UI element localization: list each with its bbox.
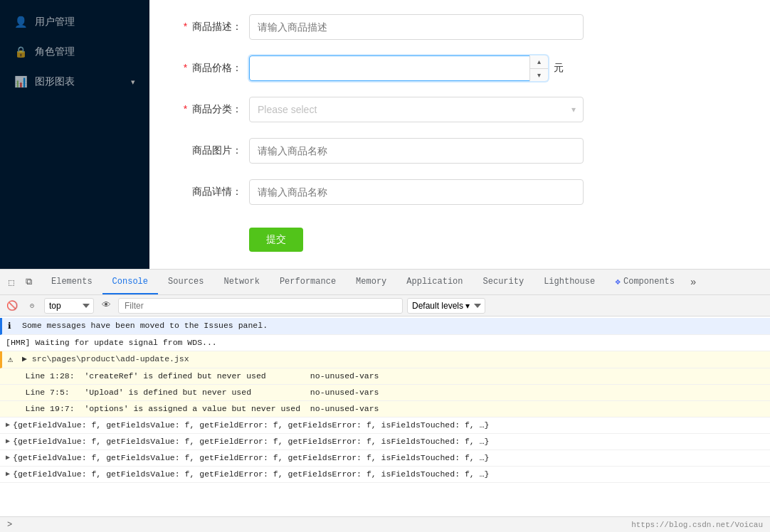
devtools-tab-bar: ⬚ ⧉ Elements Console Sources Network Per… [0, 270, 770, 295]
devtools-tabs: Elements Console Sources Network Perform… [41, 270, 702, 294]
sidebar-item-role[interactable]: 🔒 角色管理 [0, 37, 149, 67]
clear-console-btn[interactable]: 🚫 [4, 298, 20, 314]
console-row: Line 1:28: 'createRef' is defined but ne… [0, 368, 770, 385]
tab-application[interactable]: Application [396, 270, 473, 294]
devtools-panel: ⬚ ⧉ Elements Console Sources Network Per… [0, 269, 770, 532]
category-label: * 商品分类： [178, 103, 242, 116]
sidebar-item-user-label: 用户管理 [35, 16, 75, 28]
tab-elements[interactable]: Elements [41, 270, 102, 294]
console-row: ▶{getFieldValue: f, getFieldsValue: f, g… [0, 467, 770, 483]
sidebar: 👤 用户管理 🔒 角色管理 📊 图形图表 ▾ [0, 0, 149, 269]
submit-button[interactable]: 提交 [249, 228, 303, 252]
product-desc-input[interactable] [249, 14, 584, 40]
preserve-log-btn[interactable]: ⊝ [24, 298, 40, 314]
tab-sources[interactable]: Sources [158, 270, 213, 294]
chart-icon: 📊 [14, 75, 28, 88]
category-placeholder: Please select [258, 104, 317, 115]
tab-console[interactable]: Console [102, 270, 158, 294]
expand-icon[interactable]: ▶ [6, 435, 10, 448]
devtools-console: ℹSome messages have been moved to the Is… [0, 316, 770, 516]
eye-icon[interactable]: 👁 [98, 298, 114, 314]
image-label: 商品图片： [178, 144, 242, 157]
chevron-down-icon: ▾ [131, 78, 135, 87]
tab-network[interactable]: Network [213, 270, 269, 294]
form-row-category: * 商品分类： Please select ▾ [178, 97, 742, 122]
console-prompt: > [7, 520, 12, 530]
sidebar-item-chart-label: 图形图表 [35, 75, 75, 88]
product-price-input[interactable]: 1231 [249, 55, 548, 81]
console-text: [HMR] Waiting for update signal from WDS… [6, 336, 764, 349]
more-tabs-btn[interactable]: » [685, 270, 702, 294]
console-row: Line 19:7: 'options' is assigned a value… [0, 401, 770, 417]
chevron-down-icon: ▾ [571, 105, 576, 115]
required-star-price: * [184, 62, 187, 73]
console-icon: ℹ [8, 320, 19, 333]
console-text: {getFieldValue: f, getFieldsValue: f, ge… [13, 468, 764, 481]
product-detail-input[interactable] [249, 179, 584, 205]
console-row: Line 7:5: 'Upload' is defined but never … [0, 385, 770, 401]
category-select-wrap[interactable]: Please select ▾ [249, 97, 584, 122]
detail-label: 商品详情： [178, 186, 242, 198]
console-icon: ⚠ [8, 353, 19, 366]
inspect-icon[interactable]: ⬚ [4, 275, 19, 289]
category-select[interactable]: Please select [249, 97, 584, 122]
form-row-desc: * 商品描述： [178, 14, 742, 40]
user-icon: 👤 [14, 16, 28, 28]
content-area: * 商品描述： * 商品价格： 1231 ▴ ▾ 元 [149, 0, 770, 269]
sidebar-item-user[interactable]: 👤 用户管理 [0, 7, 149, 37]
console-row: ▶{getFieldValue: f, getFieldsValue: f, g… [0, 450, 770, 467]
device-toggle-icon[interactable]: ⧉ [21, 275, 36, 289]
sidebar-item-role-label: 角色管理 [35, 46, 75, 58]
console-text: {getFieldValue: f, getFieldsValue: f, ge… [13, 452, 764, 464]
price-input-group: 1231 ▴ ▾ 元 [249, 55, 564, 81]
footer-link: https://blog.csdn.net/Voicau [631, 521, 763, 529]
product-image-input[interactable] [249, 138, 584, 164]
console-text: {getFieldValue: f, getFieldsValue: f, ge… [13, 435, 764, 448]
role-icon: 🔒 [14, 46, 28, 58]
console-row: ⚠▶ src\pages\product\add-update.jsx [0, 351, 770, 368]
price-unit: 元 [554, 62, 564, 75]
console-text: Some messages have been moved to the Iss… [22, 319, 764, 332]
console-text: Line 19:7: 'options' is assigned a value… [6, 403, 764, 415]
expand-icon[interactable]: ▶ [6, 468, 10, 481]
required-star: * [184, 21, 187, 32]
console-text: Line 1:28: 'createRef' is defined but ne… [6, 370, 764, 383]
expand-icon[interactable]: ▶ [6, 452, 10, 464]
expand-icon[interactable]: ▶ [6, 419, 10, 432]
tab-security[interactable]: Security [473, 270, 534, 294]
required-star-category: * [184, 103, 187, 115]
form-row-detail: 商品详情： [178, 179, 742, 205]
price-increment-btn[interactable]: ▴ [530, 55, 548, 69]
price-decrement-btn[interactable]: ▾ [530, 69, 548, 82]
console-row: [HMR] Waiting for update signal from WDS… [0, 335, 770, 351]
tab-memory[interactable]: Memory [346, 270, 396, 294]
console-row: ℹSome messages have been moved to the Is… [0, 318, 770, 335]
tab-components[interactable]: ❖ Components [605, 270, 685, 294]
sidebar-item-chart[interactable]: 📊 图形图表 ▾ [0, 67, 149, 97]
console-text: Line 7:5: 'Upload' is defined but never … [6, 386, 764, 399]
console-row: ▶{getFieldValue: f, getFieldsValue: f, g… [0, 417, 770, 434]
console-row: ▶{getFieldValue: f, getFieldsValue: f, g… [0, 434, 770, 450]
form-row-price: * 商品价格： 1231 ▴ ▾ 元 [178, 55, 742, 81]
tab-performance[interactable]: Performance [270, 270, 346, 294]
tab-lighthouse[interactable]: Lighthouse [534, 270, 605, 294]
devtools-filter-bar: 🚫 ⊝ top 👁 Default levels ▾ [0, 295, 770, 316]
console-filter-input[interactable] [118, 298, 403, 314]
devtools-footer: > https://blog.csdn.net/Voicau [0, 516, 770, 532]
form-row-image: 商品图片： [178, 138, 742, 164]
console-text: {getFieldValue: f, getFieldsValue: f, ge… [13, 419, 764, 432]
devtools-top-icons: ⬚ ⧉ [4, 275, 36, 289]
level-select[interactable]: Default levels ▾ [407, 298, 485, 314]
price-label: * 商品价格： [178, 62, 242, 75]
price-input-wrap: 1231 ▴ ▾ [249, 55, 548, 81]
context-select[interactable]: top [44, 298, 94, 314]
price-spinner: ▴ ▾ [529, 55, 548, 81]
form-actions: 提交 [178, 220, 742, 252]
console-text: ▶ src\pages\product\add-update.jsx [22, 353, 764, 366]
desc-label: * 商品描述： [178, 21, 242, 33]
